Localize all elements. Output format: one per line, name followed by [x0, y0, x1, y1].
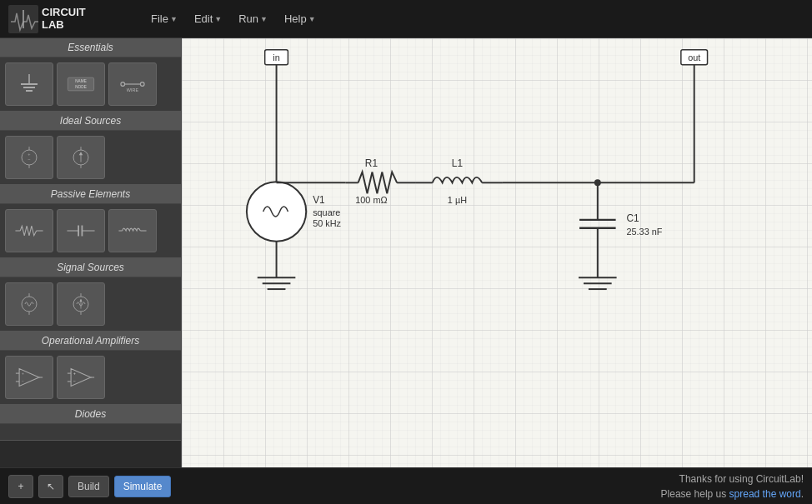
- signal-i-icon: [66, 292, 96, 316]
- section-ideal-sources: Ideal Sources: [0, 112, 181, 131]
- section-diodes: Diodes: [0, 405, 181, 424]
- capacitor-icon: [66, 219, 96, 242]
- v1-freq: 50 kHz: [313, 218, 341, 228]
- inductor-icon: [118, 219, 148, 242]
- menu-file[interactable]: File ▼: [144, 9, 184, 28]
- opamp-ideal-icon: + −: [66, 366, 96, 389]
- l1-symbol: [433, 177, 482, 182]
- wire-icon: WIRE: [118, 72, 148, 96]
- logo-svg: CIRCUIT LAB: [7, 3, 128, 35]
- out-node-label: out: [688, 52, 700, 62]
- file-arrow: ▼: [170, 15, 178, 23]
- c1-label: C1: [626, 212, 639, 224]
- svg-text:WIRE: WIRE: [127, 87, 139, 92]
- ground-component[interactable]: [5, 62, 53, 106]
- c1-value: 25.33 nF: [626, 227, 662, 237]
- name-node-component[interactable]: NAME NODE: [57, 62, 105, 106]
- spread-word-link[interactable]: spread the word: [729, 488, 801, 500]
- diodes-components: [0, 424, 181, 441]
- voltage-source-icon: + −: [14, 146, 44, 169]
- section-essentials: Essentials: [0, 38, 181, 57]
- resistor-component[interactable]: [5, 209, 53, 252]
- resistor-icon: [14, 219, 44, 242]
- svg-text:+: +: [73, 372, 76, 376]
- l1-label: L1: [452, 157, 464, 169]
- signal-v-component[interactable]: [5, 282, 53, 326]
- menu-help[interactable]: Help ▼: [278, 9, 323, 28]
- add-button[interactable]: +: [8, 475, 33, 498]
- logo: CIRCUIT LAB: [7, 3, 128, 35]
- svg-text:−: −: [22, 379, 24, 383]
- essentials-components: NAME NODE WIRE: [0, 57, 181, 112]
- menu-edit[interactable]: Edit ▼: [188, 9, 228, 28]
- signal-components: [0, 277, 181, 332]
- status-line1: Thanks for using CircuitLab!: [661, 472, 804, 487]
- v1-label: V1: [313, 194, 325, 206]
- in-node-label: in: [273, 52, 279, 62]
- v1-type: square: [313, 207, 340, 217]
- svg-point-14: [140, 82, 144, 87]
- capacitor-component[interactable]: [57, 209, 105, 252]
- svg-point-34: [22, 297, 37, 312]
- r1-label: R1: [365, 157, 378, 169]
- svg-text:NODE: NODE: [75, 85, 87, 89]
- menu-run[interactable]: Run ▼: [232, 9, 274, 28]
- v1-symbol: [247, 182, 306, 241]
- ground-icon: [14, 72, 44, 96]
- r1-value: 100 mΩ: [355, 195, 387, 205]
- build-button[interactable]: Build: [68, 476, 109, 497]
- current-source-icon: [66, 146, 96, 169]
- current-source-component[interactable]: [57, 136, 105, 179]
- svg-point-12: [121, 82, 125, 87]
- svg-marker-41: [79, 299, 82, 302]
- edit-arrow: ▼: [214, 15, 222, 23]
- passive-components: [0, 204, 181, 258]
- svg-text:LAB: LAB: [42, 18, 64, 31]
- header: CIRCUIT LAB File ▼ Edit ▼ Run ▼ Help ▼: [0, 0, 812, 38]
- help-arrow: ▼: [308, 15, 316, 23]
- opamp-basic-component[interactable]: + −: [5, 356, 53, 399]
- svg-text:CIRCUIT: CIRCUIT: [42, 6, 86, 18]
- name-node-icon: NAME NODE: [66, 72, 96, 96]
- menu-bar: File ▼ Edit ▼ Run ▼ Help ▼: [144, 9, 323, 28]
- simulate-button[interactable]: Simulate: [114, 476, 172, 497]
- circuit-diagram[interactable]: in out V1 square 50 kHz: [182, 38, 812, 467]
- canvas-area[interactable]: in out V1 square 50 kHz: [182, 38, 812, 467]
- svg-text:−: −: [73, 379, 76, 383]
- bottom-left-controls: + ↖ Build Simulate: [8, 475, 171, 498]
- opamp-components: + − + −: [0, 351, 181, 405]
- sidebar: Essentials NAME NODE: [0, 38, 182, 467]
- svg-marker-25: [79, 152, 83, 155]
- wire-component[interactable]: WIRE: [108, 62, 157, 106]
- section-signal: Signal Sources: [0, 258, 181, 277]
- signal-i-component[interactable]: [57, 282, 105, 326]
- bottom-bar: + ↖ Build Simulate Thanks for using Circ…: [0, 467, 812, 504]
- svg-text:NAME: NAME: [75, 79, 87, 83]
- main: Essentials NAME NODE: [0, 38, 812, 467]
- svg-text:+: +: [22, 372, 24, 376]
- status-message: Thanks for using CircuitLab! Please help…: [661, 472, 804, 502]
- opamp-basic-icon: + −: [14, 366, 44, 389]
- cursor-button[interactable]: ↖: [38, 475, 63, 498]
- voltage-source-component[interactable]: + −: [5, 136, 53, 179]
- svg-text:−: −: [28, 157, 30, 162]
- section-opamp: Operational Amplifiers: [0, 332, 181, 351]
- run-arrow: ▼: [260, 15, 268, 23]
- opamp-ideal-component[interactable]: + −: [57, 356, 105, 399]
- signal-v-icon: [14, 292, 44, 316]
- inductor-component[interactable]: [108, 209, 157, 252]
- r1-symbol: [358, 172, 398, 193]
- section-passive: Passive Elements: [0, 185, 181, 204]
- status-line2: Please help us spread the word.: [661, 487, 804, 502]
- ideal-sources-components: + −: [0, 131, 181, 185]
- l1-value: 1 µH: [448, 195, 467, 205]
